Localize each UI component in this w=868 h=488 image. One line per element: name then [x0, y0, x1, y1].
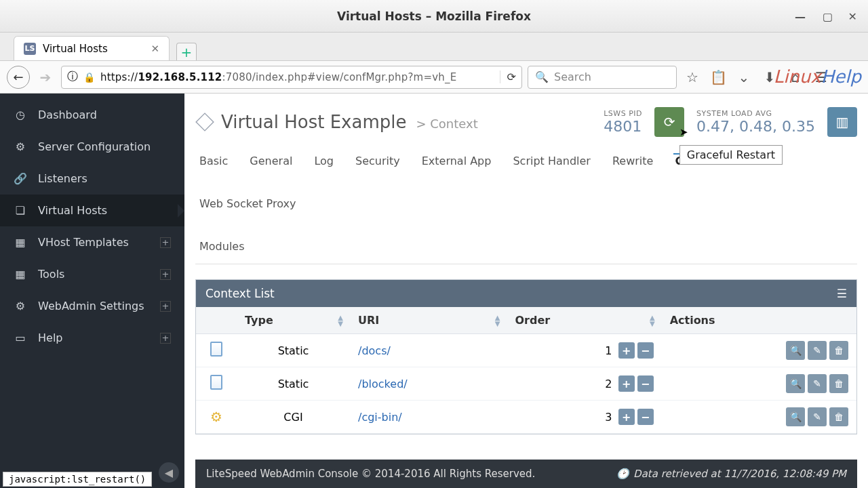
order-up-button[interactable]: +	[618, 375, 635, 392]
order-down-button[interactable]: −	[637, 375, 654, 392]
tab-script-handler[interactable]: Script Handler	[511, 155, 592, 178]
panel-title: Context List	[205, 287, 275, 300]
expand-icon[interactable]: +	[160, 333, 171, 344]
sidebar-item-vhost-templates[interactable]: ▦VHost Templates+	[0, 226, 184, 258]
window-title: Virtual Hosts – Mozilla Firefox	[337, 9, 531, 23]
clipboard-icon[interactable]: 📋	[708, 67, 728, 87]
col-actions: Actions	[662, 307, 856, 334]
forward-button[interactable]: ➔	[35, 67, 56, 87]
edit-button[interactable]: ✎	[808, 374, 827, 393]
page-title: Virtual Host Example > Context	[221, 112, 478, 132]
table-row: Static/blocked/2 +−🔍✎🗑	[196, 367, 856, 401]
view-button[interactable]: 🔍	[786, 374, 805, 393]
linuxhelp-logo: LinuxHelp	[774, 66, 861, 87]
uri-link[interactable]: /cgi-bin/	[358, 411, 402, 424]
cube-icon: ❏	[14, 204, 27, 217]
window-close[interactable]: ✕	[848, 10, 857, 23]
url-bar[interactable]: ⓘ 🔒 https://192.168.5.112:7080/index.php…	[61, 66, 522, 89]
tab-basic[interactable]: Basic	[198, 155, 229, 178]
back-button[interactable]: ←	[7, 66, 30, 89]
file-icon	[210, 342, 222, 357]
footer-retrieved: 🕑 Data retrieved at 11/7/2016, 12:08:49 …	[616, 468, 846, 480]
edit-button[interactable]: ✎	[808, 407, 827, 426]
tab-general[interactable]: General	[248, 155, 294, 178]
search-placeholder: Search	[554, 70, 591, 83]
grid-icon: ▦	[14, 268, 27, 281]
pocket-icon[interactable]: ⌄	[734, 67, 754, 87]
uri-link[interactable]: /blocked/	[358, 378, 408, 390]
gear-icon: ⚙	[210, 409, 222, 425]
order-down-button[interactable]: −	[637, 409, 654, 425]
cube-icon	[195, 113, 214, 131]
view-button[interactable]: 🔍	[786, 341, 805, 360]
gauge-icon: ◷	[14, 108, 27, 121]
table-row: Static/docs/1 +−🔍✎🗑	[196, 334, 856, 367]
order-up-button[interactable]: +	[618, 409, 635, 425]
tab-log[interactable]: Log	[313, 155, 335, 178]
clock-icon: 🕑	[616, 468, 629, 480]
tab-title: Virtual Hosts	[43, 43, 108, 55]
order-up-button[interactable]: +	[618, 342, 635, 359]
collapse-sidebar-button[interactable]: ◀	[159, 462, 179, 483]
sidebar-item-label: Virtual Hosts	[38, 204, 107, 217]
gear-icon: ⚙	[14, 140, 27, 153]
window-maximize[interactable]: ▢	[823, 10, 833, 23]
sidebar-item-help[interactable]: ▭Help+	[0, 322, 184, 354]
search-icon: 🔍	[535, 70, 549, 83]
window-minimize[interactable]: —	[795, 10, 806, 23]
uri-link[interactable]: /docs/	[358, 344, 391, 357]
file-icon	[210, 375, 222, 390]
order-down-button[interactable]: −	[637, 342, 654, 359]
footer-copyright: LiteSpeed WebAdmin Console © 2014-2016 A…	[206, 468, 535, 480]
tooltip: Graceful Restart	[679, 145, 783, 165]
sidebar-item-tools[interactable]: ▦Tools+	[0, 258, 184, 290]
tab-modules[interactable]: Modules	[198, 240, 854, 264]
tab-favicon: LS	[24, 43, 36, 55]
reload-button[interactable]: ⟳	[500, 70, 516, 83]
sidebar-item-webadmin-settings[interactable]: ⚙WebAdmin Settings+	[0, 290, 184, 322]
sidebar-item-label: Listeners	[38, 172, 87, 185]
delete-button[interactable]: 🗑	[829, 374, 848, 393]
tab-external-app[interactable]: External App	[420, 155, 493, 178]
search-box[interactable]: 🔍 Search	[528, 66, 677, 89]
edit-button[interactable]: ✎	[808, 341, 827, 360]
sidebar-item-listeners[interactable]: 🔗Listeners	[0, 163, 184, 195]
sidebar-item-label: VHost Templates	[38, 236, 129, 249]
col-type[interactable]: Type▲▼	[237, 307, 350, 334]
sidebar: ◷Dashboard ⚙Server Configuration 🔗Listen…	[0, 94, 184, 488]
graceful-restart-button[interactable]: ⟳ ➤	[654, 107, 684, 137]
tab-security[interactable]: Security	[354, 155, 401, 178]
sidebar-item-server-configuration[interactable]: ⚙Server Configuration	[0, 131, 184, 163]
delete-button[interactable]: 🗑	[829, 407, 848, 426]
identity-icon[interactable]: ⓘ	[67, 70, 78, 84]
col-uri[interactable]: URI▲▼	[350, 307, 507, 334]
bookmark-star-icon[interactable]: ☆	[682, 67, 703, 87]
view-button[interactable]: 🔍	[786, 407, 805, 426]
tab-rewrite[interactable]: Rewrite	[611, 155, 654, 178]
sidebar-item-dashboard[interactable]: ◷Dashboard	[0, 99, 184, 131]
refresh-icon: ⟳	[664, 114, 675, 130]
sidebar-item-virtual-hosts[interactable]: ❏Virtual Hosts	[0, 195, 184, 226]
tab-close-icon[interactable]: ✕	[151, 43, 159, 55]
sidebar-item-label: WebAdmin Settings	[38, 300, 144, 312]
expand-icon[interactable]: +	[160, 269, 171, 280]
cell-order: 1 +−	[507, 334, 662, 367]
cell-type: CGI	[237, 401, 350, 434]
expand-icon[interactable]: +	[160, 237, 171, 248]
sidebar-item-label: Server Configuration	[38, 140, 151, 153]
col-order[interactable]: Order▲▼	[507, 307, 662, 334]
lock-icon: 🔒	[83, 72, 95, 83]
delete-button[interactable]: 🗑	[829, 341, 848, 360]
cell-order: 3 +−	[507, 401, 662, 434]
browser-tab[interactable]: LS Virtual Hosts ✕	[14, 36, 170, 60]
list-icon[interactable]: ☰	[837, 287, 847, 300]
grid-icon: ▦	[14, 236, 27, 249]
gear-icon: ⚙	[14, 300, 27, 312]
table-row: ⚙CGI/cgi-bin/3 +−🔍✎🗑	[196, 401, 856, 434]
new-tab-button[interactable]: +	[176, 43, 197, 60]
expand-icon[interactable]: +	[160, 301, 171, 312]
chart-icon: ▥	[836, 114, 849, 130]
tab-web-socket-proxy[interactable]: Web Socket Proxy	[198, 197, 297, 221]
realtime-stats-button[interactable]: ▥	[827, 107, 857, 137]
sidebar-item-label: Tools	[38, 268, 64, 281]
